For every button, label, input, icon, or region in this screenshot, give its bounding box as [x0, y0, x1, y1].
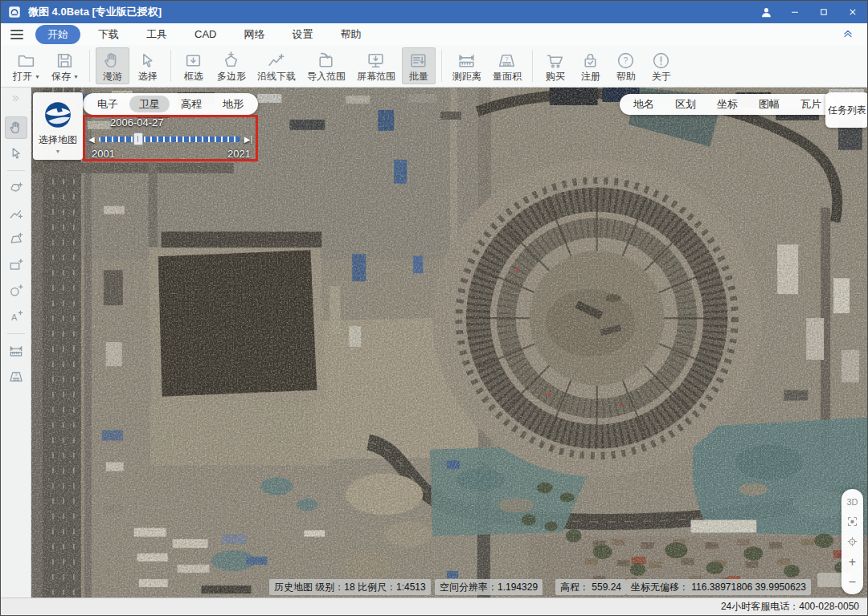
toolbar-button-label: 框选: [184, 71, 203, 82]
sidebar-tool-measure-distance[interactable]: [5, 340, 27, 362]
timeline-thumb[interactable]: [133, 133, 143, 145]
toolbar-button-label: 选择: [138, 71, 158, 82]
select-map-button[interactable]: 选择地图 ▼: [33, 92, 83, 160]
menu-item-CAD[interactable]: CAD: [185, 26, 226, 43]
sidebar-tool-draw-text[interactable]: [5, 305, 27, 328]
sidebar-tool-draw-polygon[interactable]: [5, 177, 27, 199]
toolbar-button-box-select[interactable]: 框选: [177, 47, 211, 84]
overlay-tool-区划[interactable]: 区划: [665, 97, 706, 112]
cursor-icon: [8, 145, 24, 161]
sidebar-tool-pan[interactable]: [5, 116, 27, 139]
box-select-icon: [183, 51, 203, 71]
toolbar-button-about[interactable]: 关于: [645, 47, 678, 84]
menu-items: 开始下载工具CAD网络设置帮助: [31, 25, 375, 44]
map-control-zoom-in[interactable]: +: [841, 555, 863, 569]
area-plus-icon: [8, 231, 24, 247]
map-control-locate[interactable]: [841, 535, 863, 549]
question-icon: [616, 51, 636, 71]
locate-icon: [846, 536, 858, 548]
layer-tab-高程[interactable]: 高程: [170, 93, 212, 115]
dropdown-caret-icon: ▼: [35, 74, 40, 80]
toolbar-button-label: 屏幕范围: [357, 71, 395, 82]
area-icon: [8, 369, 24, 385]
save-icon: [55, 51, 75, 71]
toolbar-items: 打开▼保存▼漫游选择框选多边形沿线下载导入范围屏幕范围批量测距离量面积购买注册帮…: [7, 45, 679, 87]
chevron-down-icon: ▼: [55, 149, 61, 154]
menu-item-设置[interactable]: 设置: [282, 25, 322, 44]
toolbar-button-polygon[interactable]: 多边形: [212, 47, 251, 84]
menubar: 开始下载工具CAD网络设置帮助: [1, 23, 867, 46]
close-button[interactable]: [838, 1, 867, 23]
toolbar-button-label: 批量: [409, 71, 428, 82]
map-control-zoom-out[interactable]: −: [841, 575, 863, 589]
toolbar-button-save[interactable]: 保存▼: [47, 47, 84, 84]
layer-tab-电子[interactable]: 电子: [87, 93, 129, 115]
task-list-button[interactable]: 任务列表: [825, 92, 867, 128]
sidebar-tool-measure-area[interactable]: [5, 365, 27, 388]
toolbar-button-question[interactable]: 帮助: [609, 47, 643, 84]
toolbar-button-area[interactable]: 量面积: [488, 47, 526, 84]
import-icon: [316, 51, 336, 71]
toolbar-button-lock[interactable]: 注册: [574, 47, 608, 84]
overlay-tool-图幅[interactable]: 图幅: [748, 97, 790, 112]
area-icon: [497, 51, 517, 71]
toolbar-button-label-row: 批量: [409, 71, 428, 82]
toolbar-button-label-row: 漫游: [103, 71, 122, 82]
timeline-track[interactable]: [99, 137, 240, 142]
toolbar-button-label: 沿线下载: [257, 71, 296, 82]
toolbar-button-polyline[interactable]: 沿线下载: [252, 47, 301, 84]
sidebar-tool-expand[interactable]: [9, 92, 23, 104]
sidebar-tool-draw-circle[interactable]: [5, 279, 27, 302]
satellite-map[interactable]: [31, 88, 867, 598]
map-zoom-panel: 3D+−: [841, 489, 863, 594]
dropdown-caret-icon: ▼: [73, 74, 79, 80]
sidebar-tool-select[interactable]: [5, 142, 27, 165]
menu-item-下载[interactable]: 下载: [88, 25, 129, 44]
toolbar-button-label-row: 多边形: [217, 71, 246, 82]
toolbar-button-batch[interactable]: 批量: [402, 47, 436, 84]
minimize-icon: [789, 6, 800, 18]
account-button[interactable]: [751, 1, 780, 23]
layer-tab-地形[interactable]: 地形: [212, 93, 254, 115]
footer-bar: 24小时客服电话：400-028-0050: [1, 598, 867, 615]
overlay-tools: 地名区划坐标图幅瓦片: [620, 94, 835, 115]
maximize-button[interactable]: [809, 1, 838, 23]
hamburger-menu-icon[interactable]: [10, 30, 23, 39]
ruler-icon: [457, 51, 477, 71]
menu-item-帮助[interactable]: 帮助: [330, 25, 371, 44]
toolbar-button-ruler[interactable]: 测距离: [448, 47, 486, 84]
sidebar-tool-draw-area[interactable]: [5, 228, 27, 251]
history-timeline: 2006-04-27 ◀ ▶| 2001 2021: [84, 116, 256, 160]
menu-item-工具[interactable]: 工具: [137, 25, 177, 44]
toolbar-button-hand[interactable]: 漫游: [96, 47, 129, 84]
app-icon: [7, 5, 22, 19]
sidebar-tool-draw-polyline[interactable]: [5, 202, 27, 225]
timeline-next-button[interactable]: ▶|: [243, 135, 254, 144]
toolbar-button-folder[interactable]: 打开▼: [8, 47, 45, 84]
menu-item-开始[interactable]: 开始: [35, 25, 80, 44]
menu-item-网络[interactable]: 网络: [234, 25, 274, 44]
overlay-tool-地名[interactable]: 地名: [623, 97, 665, 112]
sidebar-tool-draw-rect[interactable]: [5, 254, 27, 276]
select-map-label: 选择地图: [39, 133, 77, 147]
toolbar-button-label: 量面积: [493, 71, 522, 82]
layer-tab-卫星[interactable]: 卫星: [129, 96, 170, 112]
toolbar-button-monitor[interactable]: 屏幕范围: [352, 47, 400, 84]
toolbar-button-label: 漫游: [103, 71, 122, 82]
toolbar-button-cart[interactable]: 购买: [538, 47, 572, 84]
timeline-prev-button[interactable]: ◀: [87, 135, 96, 144]
ribbon-toolbar: 打开▼保存▼漫游选择框选多边形沿线下载导入范围屏幕范围批量测距离量面积购买注册帮…: [1, 45, 867, 88]
polyline-icon: [266, 51, 286, 71]
map-control-fullscreen[interactable]: [841, 515, 863, 528]
text-plus-icon: [8, 308, 24, 324]
toolbar-button-import[interactable]: 导入范围: [302, 47, 350, 84]
rect-plus-icon: [8, 257, 24, 273]
map-control-view-3d[interactable]: 3D: [841, 495, 863, 508]
toolbar-button-label-row: 选择: [138, 71, 158, 82]
collapse-ribbon-button[interactable]: [841, 27, 854, 43]
globe-logo-icon: [42, 99, 74, 131]
toolbar-button-cursor[interactable]: 选择: [131, 47, 165, 84]
overlay-tool-坐标[interactable]: 坐标: [706, 97, 748, 112]
toolbar-separator: [441, 50, 442, 82]
minimize-button[interactable]: [780, 1, 809, 23]
